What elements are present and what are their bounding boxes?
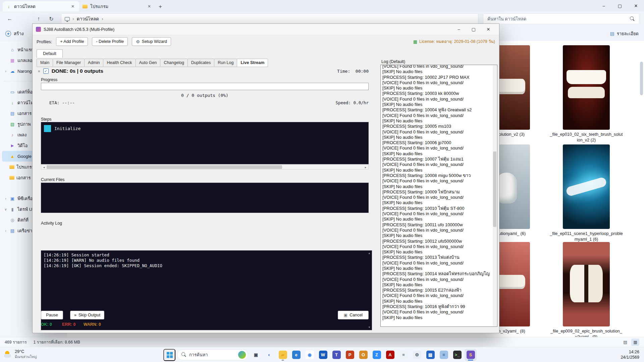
log-scrollbar[interactable] — [493, 65, 497, 326]
search-icon[interactable] — [630, 16, 635, 21]
tree-chevron-icon[interactable]: ∨ — [4, 207, 7, 211]
skip-output-button[interactable]: » Skip Output — [70, 311, 104, 319]
powerpoint-icon[interactable]: P — [344, 349, 356, 361]
log-line: [PROCESS] Starting: 10008 migu 5000w ขาว — [382, 173, 492, 178]
tab[interactable]: Auto Gen — [136, 59, 161, 67]
word-icon[interactable]: W — [317, 349, 329, 361]
task-view-icon[interactable]: ▣ — [250, 349, 262, 361]
details-label: รายละเอียด — [617, 30, 639, 37]
sidebar-item-icon — [9, 69, 15, 74]
tab[interactable]: Run Log — [214, 59, 237, 67]
refresh-button[interactable]: ↻ — [46, 14, 56, 24]
notepad-icon[interactable]: ≡ — [397, 349, 410, 361]
maximize-button[interactable]: ▢ — [612, 0, 628, 11]
log-line: [PROCESS] Starting: 10002 JP17 PRO MAX — [382, 75, 492, 80]
explorer-scrollbar[interactable] — [640, 62, 643, 95]
ok-counter: OK: 0 — [41, 322, 52, 327]
chrome-icon[interactable]: ◉ — [304, 349, 316, 361]
search-avatar — [238, 351, 246, 359]
profile-tab-default[interactable]: Default — [37, 49, 63, 58]
minimize-button[interactable]: – — [451, 24, 466, 35]
log-line: [PROCESS] Starting: 10015 E27กล่องฟ้า — [382, 288, 492, 293]
search-input[interactable]: ค้นหาใน ดาวน์โหลด — [483, 13, 639, 24]
delete-profile-button[interactable]: - Delete Profile — [92, 37, 128, 46]
maximize-button[interactable]: ▢ — [466, 24, 481, 35]
office-icon[interactable]: O — [357, 349, 369, 361]
stop-icon[interactable]: ■ — [38, 69, 40, 73]
app-title-bar[interactable]: SJ88 AutoBatch v26.5.3 (Multi-Profile) –… — [33, 24, 499, 35]
tab[interactable]: Main — [37, 59, 53, 67]
up-button[interactable]: ↑ — [34, 14, 44, 24]
taskbar: 29°C มีเมฆส่วนใหญ่ การค้นหา ▣ — [0, 347, 644, 362]
tree-chevron-icon[interactable]: › — [4, 69, 7, 73]
close-button[interactable]: ✕ — [628, 0, 644, 11]
minimize-button[interactable]: – — [596, 0, 612, 11]
file-name[interactable]: _file_ep010_02_six_teeth_brush_solution_… — [549, 132, 623, 143]
start-button[interactable] — [163, 349, 175, 361]
explorer-tab-programs[interactable]: โปรแกรม ✕ — [79, 1, 156, 11]
grid-view-icon[interactable]: ▦ — [631, 339, 639, 346]
pause-button[interactable]: Pause — [41, 311, 63, 319]
back-button[interactable]: ← — [5, 14, 15, 24]
tab[interactable]: File Manager — [53, 59, 85, 67]
tab[interactable]: Duplicates — [187, 59, 214, 67]
steps-scrollbar[interactable]: ◂ ▸ — [41, 165, 369, 170]
explorer-tab-downloads[interactable]: ดาวน์โหลด ✕ — [3, 1, 79, 11]
tab[interactable]: Live Stream — [237, 59, 268, 67]
taskbar-search-label: การค้นหา — [189, 351, 208, 358]
log-panel[interactable]: [VOICE] Found 0 files in vdo_long_sound/… — [380, 65, 497, 327]
tree-chevron-icon[interactable]: › — [4, 229, 7, 233]
sidebar-item-icon — [9, 122, 15, 127]
breadcrumb[interactable]: ดาวน์โหลด — [77, 15, 99, 22]
log-scrollbar-thumb[interactable] — [493, 152, 496, 227]
sidebar-item-icon — [9, 143, 15, 148]
scroll-down-icon[interactable]: ▼ — [368, 326, 371, 329]
file-thumbnail[interactable] — [563, 144, 610, 229]
sidebar-item-label: Narong — [17, 69, 32, 74]
scroll-up-icon[interactable]: ▲ — [368, 252, 371, 255]
sidebar-item-label: เอกสาร — [17, 110, 32, 117]
tab[interactable]: Health Check — [103, 59, 136, 67]
zoom-icon[interactable]: Z — [371, 349, 383, 361]
details-view-toggle[interactable]: ▤ รายละเอียด — [610, 30, 639, 37]
edge-icon[interactable]: e — [290, 349, 302, 361]
file-thumbnail[interactable] — [563, 242, 610, 326]
scroll-left-icon[interactable]: ◂ — [41, 166, 47, 169]
clock-tray[interactable]: 14:26 24/1/2569 — [621, 350, 639, 360]
address-bar[interactable]: › ดาวน์โหลด › — [61, 13, 478, 24]
photos-icon[interactable]: ▨ — [424, 349, 436, 361]
add-profile-button[interactable]: + Add Profile — [56, 37, 88, 46]
taskbar-search[interactable]: การค้นหา — [177, 349, 248, 360]
scroll-right-icon[interactable]: ▸ — [363, 166, 368, 169]
close-tab-icon[interactable]: ✕ — [146, 3, 152, 9]
tab-bar: Main File Manager Admin Health Check Aut… — [37, 59, 268, 67]
close-tab-icon[interactable]: ✕ — [70, 3, 76, 9]
tab[interactable]: Admin — [84, 59, 103, 67]
new-tab-button[interactable]: + — [156, 2, 165, 11]
weather-widget[interactable]: 29°C มีเมฆส่วนใหญ่ — [3, 349, 37, 360]
terminal-icon[interactable]: >_ — [451, 349, 463, 361]
log-line: [SKIP] No audio files — [382, 69, 492, 74]
settings-icon[interactable]: ⚙ — [411, 349, 423, 361]
close-button[interactable]: ✕ — [481, 24, 496, 35]
tree-chevron-icon[interactable]: › — [4, 197, 7, 200]
sj88-app-icon[interactable]: S — [465, 349, 477, 361]
log-line: [PROCESS] Starting: 10011 ufo 100000w — [382, 222, 492, 228]
file-explorer-icon[interactable]: ▰ — [277, 349, 289, 361]
tab[interactable]: Changelog — [160, 59, 187, 67]
scrollbar-thumb[interactable] — [47, 165, 282, 169]
file-name[interactable]: _file_ep011_scene1_hyperloop_problemyaml… — [549, 231, 623, 242]
new-button[interactable]: + สร้าง — [5, 30, 24, 37]
list-view-icon[interactable]: ▤ — [621, 339, 629, 346]
sidebar-item-label: เอกสาร — [16, 174, 31, 181]
sidebar-item-icon — [9, 100, 15, 105]
file-thumbnail[interactable] — [563, 45, 610, 130]
cancel-button[interactable]: ▣ Cancel — [338, 311, 369, 319]
teams-icon[interactable]: T — [330, 349, 342, 361]
plus-icon: + — [5, 31, 11, 37]
calculator-icon[interactable]: = — [438, 349, 450, 361]
setup-wizard-button[interactable]: ⚙ Setup Wizard — [132, 37, 171, 46]
copilot-icon[interactable]: ◐ — [263, 349, 275, 361]
log-line: [PROCESS] Starting: 10005 ms103 — [382, 124, 492, 129]
acrobat-icon[interactable]: A — [384, 349, 396, 361]
